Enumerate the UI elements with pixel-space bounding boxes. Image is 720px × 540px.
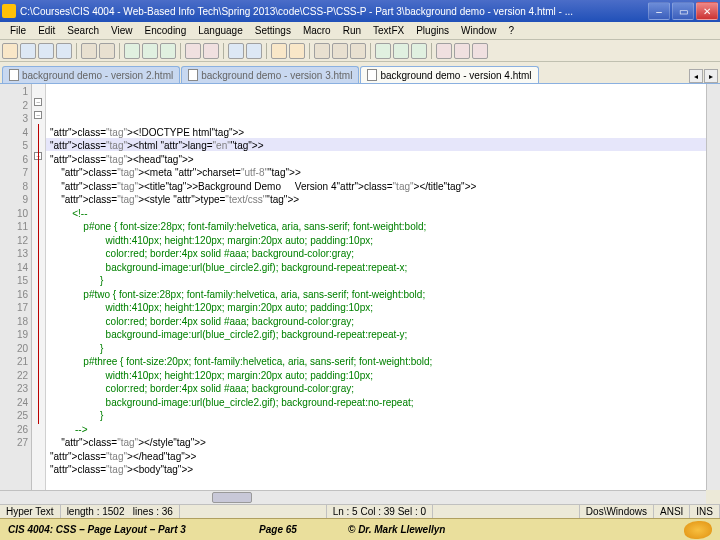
status-position: Ln : 5 Col : 39 Sel : 0 (327, 505, 433, 518)
zoom-in-icon[interactable] (271, 43, 287, 59)
indent-guide-icon[interactable] (350, 43, 366, 59)
status-filetype: Hyper Text (0, 505, 61, 518)
new-file-icon[interactable] (2, 43, 18, 59)
toolbar-separator (119, 43, 120, 59)
copy-icon[interactable] (142, 43, 158, 59)
menu-help[interactable]: ? (503, 24, 521, 37)
paste-icon[interactable] (160, 43, 176, 59)
fold-gutter: − − − (32, 84, 46, 490)
horizontal-scrollbar[interactable] (0, 490, 706, 504)
close-all-icon[interactable] (99, 43, 115, 59)
minimize-button[interactable]: – (648, 2, 670, 20)
close-button[interactable]: ✕ (696, 2, 718, 20)
window-title: C:\Courses\CIS 4004 - Web-Based Info Tec… (20, 6, 646, 17)
wordwrap-icon[interactable] (314, 43, 330, 59)
code-editor[interactable]: 1234567891011121314151617181920212223242… (0, 84, 720, 490)
file-icon (188, 69, 198, 81)
line-number-gutter: 1234567891011121314151617181920212223242… (0, 84, 32, 490)
tab-label: background demo - version 4.html (380, 70, 531, 81)
toolbar-separator (223, 43, 224, 59)
tab-scroll-left-icon[interactable]: ◂ (689, 69, 703, 83)
menu-window[interactable]: Window (455, 24, 503, 37)
menu-encoding[interactable]: Encoding (139, 24, 193, 37)
menu-file[interactable]: File (4, 24, 32, 37)
toolbar-extra-icon[interactable] (472, 43, 488, 59)
cut-icon[interactable] (124, 43, 140, 59)
tab-label: background demo - version 3.html (201, 70, 352, 81)
tab-label: background demo - version 2.html (22, 70, 173, 81)
toolbar-separator (431, 43, 432, 59)
find-icon[interactable] (228, 43, 244, 59)
editor-tab-active[interactable]: background demo - version 4.html (360, 66, 538, 83)
scrollbar-thumb[interactable] (212, 492, 252, 503)
undo-icon[interactable] (185, 43, 201, 59)
tab-scroll-right-icon[interactable]: ▸ (704, 69, 718, 83)
toolbar-separator (309, 43, 310, 59)
status-encoding: ANSI (654, 505, 690, 518)
editor-tab[interactable]: background demo - version 2.html (2, 66, 180, 83)
app-icon (2, 4, 16, 18)
window-titlebar: C:\Courses\CIS 4004 - Web-Based Info Tec… (0, 0, 720, 22)
save-all-icon[interactable] (56, 43, 72, 59)
save-icon[interactable] (38, 43, 54, 59)
macro-stop-icon[interactable] (393, 43, 409, 59)
footer-copyright: © Dr. Mark Llewellyn (348, 524, 684, 535)
status-length: length : 1502 lines : 36 (61, 505, 180, 518)
zoom-out-icon[interactable] (289, 43, 305, 59)
file-icon (9, 69, 19, 81)
slide-footer: CIS 4004: CSS – Page Layout – Part 3 Pag… (0, 518, 720, 540)
menu-run[interactable]: Run (337, 24, 367, 37)
menu-settings[interactable]: Settings (249, 24, 297, 37)
show-all-chars-icon[interactable] (332, 43, 348, 59)
macro-record-icon[interactable] (375, 43, 391, 59)
footer-course: CIS 4004: CSS – Page Layout – Part 3 (8, 524, 208, 535)
footer-page: Page 65 (208, 524, 348, 535)
menu-plugins[interactable]: Plugins (410, 24, 455, 37)
menu-edit[interactable]: Edit (32, 24, 61, 37)
toolbar-separator (76, 43, 77, 59)
toolbar-separator (180, 43, 181, 59)
toolbar-separator (266, 43, 267, 59)
menu-search[interactable]: Search (61, 24, 105, 37)
open-file-icon[interactable] (20, 43, 36, 59)
editor-tab[interactable]: background demo - version 3.html (181, 66, 359, 83)
code-area[interactable]: "attr">class="tag"><!DOCTYPE html"tag">>… (46, 84, 720, 490)
replace-icon[interactable] (246, 43, 262, 59)
menu-view[interactable]: View (105, 24, 139, 37)
close-file-icon[interactable] (81, 43, 97, 59)
university-logo-icon (684, 521, 712, 539)
toolbar-extra-icon[interactable] (454, 43, 470, 59)
tab-bar: background demo - version 2.html backgro… (0, 62, 720, 84)
macro-play-icon[interactable] (411, 43, 427, 59)
maximize-button[interactable]: ▭ (672, 2, 694, 20)
status-eol: Dos\Windows (580, 505, 654, 518)
toolbar (0, 40, 720, 62)
toolbar-separator (370, 43, 371, 59)
menu-bar: File Edit Search View Encoding Language … (0, 22, 720, 40)
fold-guide (38, 124, 39, 424)
fold-toggle-icon[interactable]: − (34, 98, 42, 106)
toolbar-extra-icon[interactable] (436, 43, 452, 59)
status-insert-mode: INS (690, 505, 720, 518)
file-icon (367, 69, 377, 81)
menu-language[interactable]: Language (192, 24, 249, 37)
fold-toggle-icon[interactable]: − (34, 111, 42, 119)
menu-macro[interactable]: Macro (297, 24, 337, 37)
redo-icon[interactable] (203, 43, 219, 59)
status-bar: Hyper Text length : 1502 lines : 36 Ln :… (0, 504, 720, 518)
menu-textfx[interactable]: TextFX (367, 24, 410, 37)
